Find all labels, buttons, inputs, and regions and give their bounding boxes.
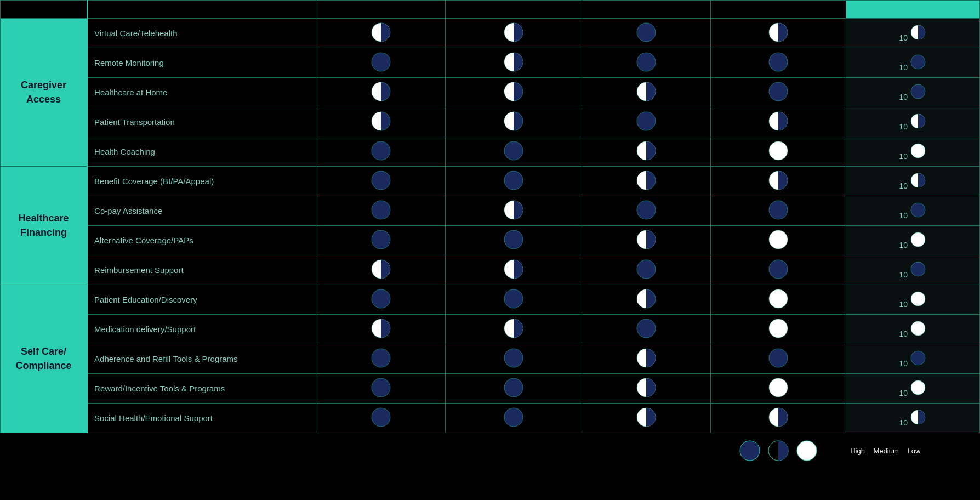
service-name-cell: Benefit Coverage (BI/PA/Appeal) bbox=[87, 167, 316, 196]
svg-point-32 bbox=[637, 201, 656, 219]
svg-point-52 bbox=[637, 319, 656, 338]
svg-point-43 bbox=[769, 260, 788, 279]
invest-cell bbox=[446, 344, 582, 374]
invest-cell bbox=[446, 285, 582, 315]
invest-cell bbox=[446, 255, 582, 285]
svg-point-34 bbox=[911, 203, 925, 217]
innov-cell bbox=[582, 404, 711, 433]
invest-cell bbox=[446, 404, 582, 433]
rating-cell: 10 bbox=[846, 404, 979, 433]
svg-point-2 bbox=[637, 23, 656, 42]
svg-point-70 bbox=[740, 441, 760, 461]
header-patient-services bbox=[87, 1, 316, 19]
ease-cell bbox=[316, 315, 446, 344]
innov-cell bbox=[582, 344, 711, 374]
service-name-cell: Patient Education/Discovery bbox=[87, 285, 316, 315]
degree-cell bbox=[711, 48, 846, 78]
innov-cell bbox=[582, 374, 711, 404]
svg-point-17 bbox=[637, 112, 656, 130]
svg-point-63 bbox=[769, 378, 788, 397]
degree-cell bbox=[711, 374, 846, 404]
invest-cell bbox=[446, 48, 582, 78]
header-row bbox=[1, 1, 980, 19]
category-2: Self Care/ Compliance bbox=[1, 285, 88, 433]
innov-cell bbox=[582, 167, 711, 196]
degree-cell bbox=[711, 107, 846, 137]
svg-point-23 bbox=[769, 141, 788, 160]
svg-point-48 bbox=[769, 289, 788, 308]
table-row: Co-pay Assistance 10 bbox=[1, 196, 980, 226]
table-row: Health Coaching 10 bbox=[1, 137, 980, 167]
table-row: Self Care/ CompliancePatient Education/D… bbox=[1, 285, 980, 315]
rating-cell: 10 bbox=[846, 19, 979, 48]
invest-cell bbox=[446, 374, 582, 404]
svg-point-54 bbox=[911, 321, 925, 336]
invest-cell bbox=[446, 78, 582, 107]
svg-point-35 bbox=[372, 230, 390, 249]
degree-cell bbox=[711, 315, 846, 344]
table-row: Adherence and Refill Tools & Programs 10 bbox=[1, 344, 980, 374]
service-name-cell: Patient Transportation bbox=[87, 107, 316, 137]
ease-cell bbox=[316, 107, 446, 137]
svg-point-36 bbox=[504, 230, 523, 249]
main-container: Caregiver AccessVirtual Care/Telehealth … bbox=[0, 0, 980, 468]
innov-cell bbox=[582, 137, 711, 167]
innov-cell bbox=[582, 107, 711, 137]
rating-cell: 10 bbox=[846, 137, 979, 167]
service-name-cell: Adherence and Refill Tools & Programs bbox=[87, 344, 316, 374]
table-row: Remote Monitoring 10 bbox=[1, 48, 980, 78]
rating-cell: 10 bbox=[846, 196, 979, 226]
rating-cell: 10 bbox=[846, 107, 979, 137]
svg-point-72 bbox=[797, 441, 817, 461]
category-0: Caregiver Access bbox=[1, 19, 88, 167]
svg-point-25 bbox=[372, 171, 390, 190]
header-degree bbox=[711, 1, 846, 19]
svg-point-46 bbox=[504, 289, 523, 308]
service-name-cell: Virtual Care/Telehealth bbox=[87, 19, 316, 48]
invest-cell bbox=[446, 196, 582, 226]
degree-cell bbox=[711, 19, 846, 48]
svg-point-44 bbox=[911, 262, 925, 276]
svg-point-45 bbox=[372, 289, 390, 308]
degree-cell bbox=[711, 196, 846, 226]
innov-cell bbox=[582, 255, 711, 285]
svg-point-21 bbox=[504, 141, 523, 160]
svg-point-59 bbox=[911, 351, 925, 365]
service-name-cell: Reimbursement Support bbox=[87, 255, 316, 285]
ease-cell bbox=[316, 374, 446, 404]
svg-point-20 bbox=[372, 141, 390, 160]
svg-point-58 bbox=[769, 349, 788, 367]
ease-cell bbox=[316, 78, 446, 107]
svg-point-66 bbox=[504, 408, 523, 427]
ease-cell bbox=[316, 196, 446, 226]
svg-point-38 bbox=[769, 230, 788, 249]
innov-cell bbox=[582, 315, 711, 344]
table-row: Social Health/Emotional Support 10 bbox=[1, 404, 980, 433]
invest-cell bbox=[446, 167, 582, 196]
invest-cell bbox=[446, 226, 582, 255]
legend-row: High Medium Low bbox=[1, 433, 980, 469]
ease-cell bbox=[316, 137, 446, 167]
svg-point-8 bbox=[769, 53, 788, 71]
svg-point-60 bbox=[372, 378, 390, 397]
table-row: Healthcare FinancingBenefit Coverage (BI… bbox=[1, 167, 980, 196]
degree-cell bbox=[711, 404, 846, 433]
rating-cell: 10 bbox=[846, 315, 979, 344]
svg-point-64 bbox=[911, 380, 925, 395]
svg-point-9 bbox=[911, 55, 925, 69]
table-row: Medication delivery/Support 10 bbox=[1, 315, 980, 344]
svg-point-13 bbox=[769, 82, 788, 101]
table-row: Alternative Coverage/PAPs 10 bbox=[1, 226, 980, 255]
header-overall bbox=[846, 1, 979, 19]
svg-point-5 bbox=[372, 53, 390, 71]
innov-cell bbox=[582, 48, 711, 78]
invest-cell bbox=[446, 107, 582, 137]
service-name-cell: Remote Monitoring bbox=[87, 48, 316, 78]
table-row: Reward/Incentive Tools & Programs 10 bbox=[1, 374, 980, 404]
rating-cell: 10 bbox=[846, 344, 979, 374]
ease-cell bbox=[316, 19, 446, 48]
service-name-cell: Health Coaching bbox=[87, 137, 316, 167]
rating-cell: 10 bbox=[846, 285, 979, 315]
table-row: Caregiver AccessVirtual Care/Telehealth … bbox=[1, 19, 980, 48]
degree-cell bbox=[711, 137, 846, 167]
